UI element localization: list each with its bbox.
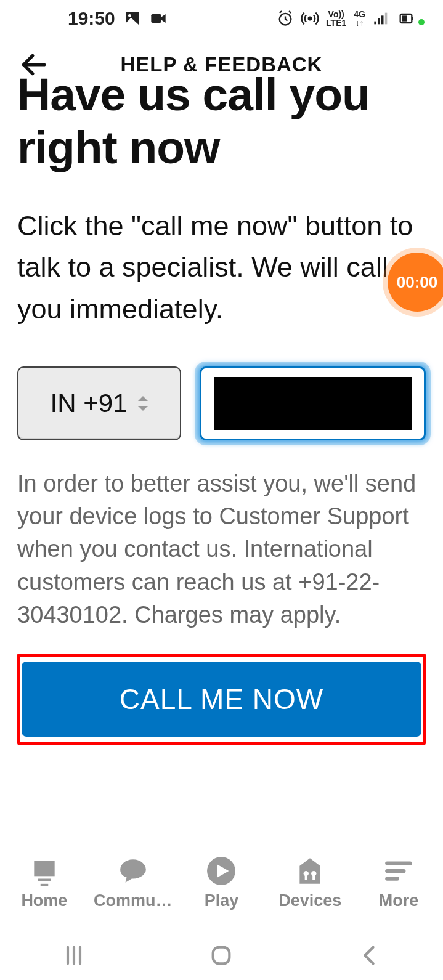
page-heading: Have us call you right now bbox=[17, 68, 426, 174]
country-code-select[interactable]: IN +91 bbox=[17, 366, 181, 440]
svg-rect-11 bbox=[412, 17, 413, 20]
country-code-value: IN +91 bbox=[51, 389, 128, 418]
network-gen-indicator: 4G ↓↑ bbox=[354, 10, 365, 27]
play-icon bbox=[206, 856, 237, 886]
svg-rect-20 bbox=[213, 947, 230, 964]
select-caret-icon bbox=[138, 396, 148, 411]
nav-more[interactable]: More bbox=[356, 856, 442, 910]
svg-point-1 bbox=[128, 14, 131, 17]
battery-icon bbox=[397, 10, 415, 27]
svg-rect-19 bbox=[312, 872, 315, 880]
alarm-icon bbox=[277, 10, 294, 27]
heading-line-1: Have us call you bbox=[17, 68, 426, 121]
back-system-button[interactable] bbox=[351, 943, 388, 968]
phone-input-wrapper bbox=[200, 366, 426, 440]
nav-play[interactable]: Play bbox=[178, 856, 264, 910]
page-subtitle: Click the "call me now" button to talk t… bbox=[17, 205, 426, 330]
nav-label: Commu… bbox=[90, 891, 176, 910]
svg-rect-6 bbox=[378, 18, 380, 24]
chat-icon bbox=[118, 856, 148, 886]
hotspot-icon bbox=[301, 10, 319, 27]
recents-button[interactable] bbox=[55, 943, 92, 968]
phone-input-row: IN +91 bbox=[17, 366, 426, 440]
recording-timer-badge[interactable]: 00:00 bbox=[388, 253, 443, 312]
nav-label: More bbox=[356, 891, 442, 910]
nav-home[interactable]: Home bbox=[1, 856, 87, 910]
svg-rect-10 bbox=[402, 15, 407, 21]
image-icon bbox=[124, 10, 141, 27]
svg-rect-5 bbox=[374, 22, 376, 25]
battery-dot-icon bbox=[418, 19, 425, 25]
volte-indicator: Vo)) LTE1 bbox=[326, 10, 346, 27]
nav-label: Devices bbox=[267, 891, 353, 910]
nav-label: Play bbox=[178, 891, 264, 910]
svg-rect-12 bbox=[34, 861, 54, 876]
svg-rect-18 bbox=[305, 872, 307, 880]
nav-label: Home bbox=[1, 891, 87, 910]
main-content: Have us call you right now Click the "ca… bbox=[0, 68, 443, 745]
svg-rect-13 bbox=[38, 878, 51, 881]
heading-line-2: right now bbox=[17, 121, 426, 174]
system-nav-bar bbox=[0, 931, 443, 980]
svg-rect-2 bbox=[151, 14, 161, 23]
svg-point-4 bbox=[309, 17, 312, 20]
nav-devices[interactable]: Devices bbox=[267, 856, 353, 910]
video-icon bbox=[150, 10, 167, 27]
more-icon bbox=[383, 856, 414, 886]
status-bar: 19:50 Vo)) LTE1 4G ↓↑ bbox=[0, 0, 443, 37]
status-time: 19:50 bbox=[68, 8, 115, 29]
cta-highlight-box: CALL ME NOW bbox=[17, 654, 426, 745]
disclaimer-text: In order to better assist you, we'll sen… bbox=[17, 468, 426, 631]
phone-input[interactable] bbox=[214, 377, 412, 430]
call-me-now-button[interactable]: CALL ME NOW bbox=[22, 662, 421, 737]
svg-rect-7 bbox=[381, 15, 384, 24]
home-button[interactable] bbox=[203, 943, 240, 968]
svg-rect-14 bbox=[41, 883, 49, 886]
devices-icon bbox=[295, 856, 325, 886]
home-icon bbox=[29, 856, 60, 886]
svg-rect-8 bbox=[385, 13, 388, 25]
bottom-nav: Home Commu… Play Devices More bbox=[0, 846, 443, 920]
nav-community[interactable]: Commu… bbox=[90, 856, 176, 910]
signal-icon bbox=[373, 10, 390, 27]
